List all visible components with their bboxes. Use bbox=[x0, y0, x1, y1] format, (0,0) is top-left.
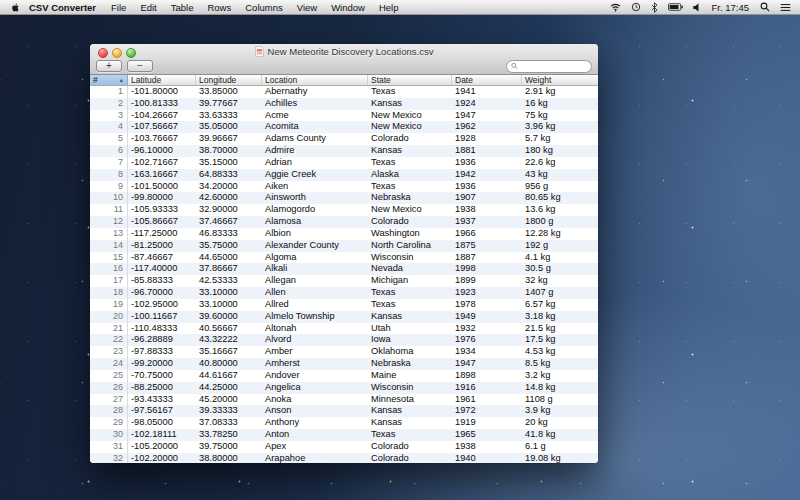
cell-location: Anson bbox=[262, 405, 368, 417]
cell-weight: 3.9 kg bbox=[522, 405, 598, 417]
table-row[interactable]: 29-98.0500037.08333AnthonyKansas191920 k… bbox=[90, 417, 598, 429]
battery-icon[interactable] bbox=[663, 3, 688, 11]
table-row[interactable]: 24-99.2000040.80000AmherstNebraska19478.… bbox=[90, 358, 598, 370]
column-header-num[interactable]: #▲ bbox=[90, 75, 128, 85]
column-header-location[interactable]: Location bbox=[262, 75, 368, 85]
column-header-weight[interactable]: Weight bbox=[522, 75, 598, 85]
cell-latitude: -97.56167 bbox=[128, 405, 196, 417]
row-number: 12 bbox=[90, 216, 128, 228]
table-row[interactable]: 27-93.4333345.20000AnokaMinnesota1961110… bbox=[90, 394, 598, 406]
menu-table[interactable]: Table bbox=[164, 2, 201, 13]
menu-edit[interactable]: Edit bbox=[133, 2, 163, 13]
remove-row-button[interactable]: − bbox=[127, 60, 153, 72]
row-number: 13 bbox=[90, 228, 128, 240]
apple-menu-icon[interactable] bbox=[4, 2, 27, 13]
table-row[interactable]: 23-97.8833335.16667AmberOklahoma19344.53… bbox=[90, 346, 598, 358]
table-row[interactable]: 28-97.5616739.33333AnsonKansas19723.9 kg bbox=[90, 405, 598, 417]
wifi-icon[interactable] bbox=[605, 3, 626, 12]
zoom-button[interactable] bbox=[126, 48, 136, 58]
table-row[interactable]: 3-104.2666733.63333AcmeNew Mexico194775 … bbox=[90, 110, 598, 122]
column-header-date[interactable]: Date bbox=[452, 75, 522, 85]
csv-converter-window: New Meteorite Discovery Locations.csv + … bbox=[90, 44, 598, 463]
table-row[interactable]: 7-102.7166735.15000AdrianTexas193622.6 k… bbox=[90, 157, 598, 169]
column-header-longitude[interactable]: Longitude bbox=[196, 75, 262, 85]
table-row[interactable]: 18-96.7000033.10000AllenTexas19231407 g bbox=[90, 287, 598, 299]
time-machine-icon[interactable] bbox=[626, 2, 646, 12]
table-row[interactable]: 20-100.1166739.60000Almelo TownshipKansa… bbox=[90, 311, 598, 323]
volume-icon[interactable] bbox=[688, 3, 706, 12]
active-app-name[interactable]: CSV Converter bbox=[27, 2, 104, 13]
cell-latitude: -163.16667 bbox=[128, 169, 196, 181]
add-row-button[interactable]: + bbox=[96, 60, 122, 72]
row-number: 32 bbox=[90, 453, 128, 463]
table-row[interactable]: 12-105.8666737.46667AlamosaColorado19371… bbox=[90, 216, 598, 228]
table-row[interactable]: 11-105.9333332.90000AlamogordoNew Mexico… bbox=[90, 204, 598, 216]
search-field[interactable] bbox=[506, 60, 592, 73]
cell-state: Wisconsin bbox=[368, 252, 452, 264]
menu-bar-clock[interactable]: Fr. 17:45 bbox=[706, 2, 756, 13]
table-row[interactable]: 4-107.5666735.05000AcomitaNew Mexico1962… bbox=[90, 121, 598, 133]
table-row[interactable]: 2-100.8133339.77667AchillesKansas192416 … bbox=[90, 98, 598, 110]
table-row[interactable]: 5-103.7666739.96667Adams CountyColorado1… bbox=[90, 133, 598, 145]
cell-weight: 6.57 kg bbox=[522, 299, 598, 311]
search-input[interactable] bbox=[521, 61, 587, 71]
table-row[interactable]: 30-102.1811133.78250AntonTexas196541.8 k… bbox=[90, 429, 598, 441]
row-number: 4 bbox=[90, 121, 128, 133]
cell-latitude: -105.20000 bbox=[128, 441, 196, 453]
cell-location: Achilles bbox=[262, 98, 368, 110]
table-row[interactable]: 6-96.1000038.70000AdmireKansas1881180 kg bbox=[90, 145, 598, 157]
menu-help[interactable]: Help bbox=[372, 2, 406, 13]
table-row[interactable]: 16-117.4000037.86667AlkaliNevada199830.5… bbox=[90, 263, 598, 275]
cell-latitude: -85.88333 bbox=[128, 275, 196, 287]
table-row[interactable]: 14-81.2500035.75000Alexander CountyNorth… bbox=[90, 240, 598, 252]
table-row[interactable]: 13-117.2500046.83333AlbionWashington1966… bbox=[90, 228, 598, 240]
menu-view[interactable]: View bbox=[290, 2, 324, 13]
column-header-state[interactable]: State bbox=[368, 75, 452, 85]
table-row[interactable]: 26-88.2500044.25000AngelicaWisconsin1916… bbox=[90, 382, 598, 394]
cell-date: 1962 bbox=[452, 121, 522, 133]
row-number: 28 bbox=[90, 405, 128, 417]
cell-location: Altonah bbox=[262, 323, 368, 335]
cell-longitude: 39.60000 bbox=[196, 311, 262, 323]
cell-location: Alkali bbox=[262, 263, 368, 275]
cell-state: Kansas bbox=[368, 98, 452, 110]
menu-window[interactable]: Window bbox=[324, 2, 372, 13]
menu-list: FileEditTableRowsColumnsViewWindowHelp bbox=[104, 2, 405, 13]
row-number: 30 bbox=[90, 429, 128, 441]
menu-columns[interactable]: Columns bbox=[238, 2, 290, 13]
table-row[interactable]: 25-70.7500044.61667AndoverMaine18983.2 k… bbox=[90, 370, 598, 382]
menu-rows[interactable]: Rows bbox=[200, 2, 238, 13]
cell-state: Michigan bbox=[368, 275, 452, 287]
sort-ascending-icon: ▲ bbox=[119, 76, 125, 85]
close-button[interactable] bbox=[98, 48, 108, 58]
cell-date: 1932 bbox=[452, 323, 522, 335]
table-row[interactable]: 19-102.9500033.10000AllredTexas19786.57 … bbox=[90, 299, 598, 311]
cell-state: Texas bbox=[368, 181, 452, 193]
table-row[interactable]: 17-85.8833342.53333AlleganMichigan189932… bbox=[90, 275, 598, 287]
title-bar[interactable]: New Meteorite Discovery Locations.csv bbox=[90, 44, 598, 59]
spotlight-icon[interactable] bbox=[755, 2, 775, 12]
table-row[interactable]: 22-96.2888943.32222AlvordIowa197617.5 kg bbox=[90, 334, 598, 346]
table-row[interactable]: 32-102.2000038.80000ArapahoeColorado1940… bbox=[90, 453, 598, 463]
cell-longitude: 33.78250 bbox=[196, 429, 262, 441]
cell-state: Nevada bbox=[368, 263, 452, 275]
bluetooth-icon[interactable] bbox=[646, 2, 663, 13]
table-header: #▲LatitudeLongitudeLocationStateDateWeig… bbox=[90, 75, 598, 86]
table-row[interactable]: 8-163.1666764.88333Aggie CreekAlaska1942… bbox=[90, 169, 598, 181]
column-header-label: # bbox=[93, 76, 98, 85]
cell-date: 1937 bbox=[452, 216, 522, 228]
cell-weight: 19.08 kg bbox=[522, 453, 598, 463]
cell-weight: 32 kg bbox=[522, 275, 598, 287]
table-row[interactable]: 21-110.4833340.56667AltonahUtah193221.5 … bbox=[90, 323, 598, 335]
cell-date: 1949 bbox=[452, 311, 522, 323]
notification-center-icon[interactable] bbox=[775, 3, 796, 12]
minimize-button[interactable] bbox=[112, 48, 122, 58]
table-row[interactable]: 1-101.8000033.85000AbernathyTexas19412.9… bbox=[90, 86, 598, 98]
table-row[interactable]: 15-87.4666744.65000AlgomaWisconsin18874.… bbox=[90, 252, 598, 264]
table-row[interactable]: 10-99.8000042.60000AinsworthNebraska1907… bbox=[90, 192, 598, 204]
column-header-latitude[interactable]: Latitude bbox=[128, 75, 196, 85]
menu-file[interactable]: File bbox=[104, 2, 133, 13]
row-number: 9 bbox=[90, 181, 128, 193]
table-row[interactable]: 9-101.5000034.20000AikenTexas1936956 g bbox=[90, 181, 598, 193]
table-row[interactable]: 31-105.2000039.75000ApexColorado19386.1 … bbox=[90, 441, 598, 453]
